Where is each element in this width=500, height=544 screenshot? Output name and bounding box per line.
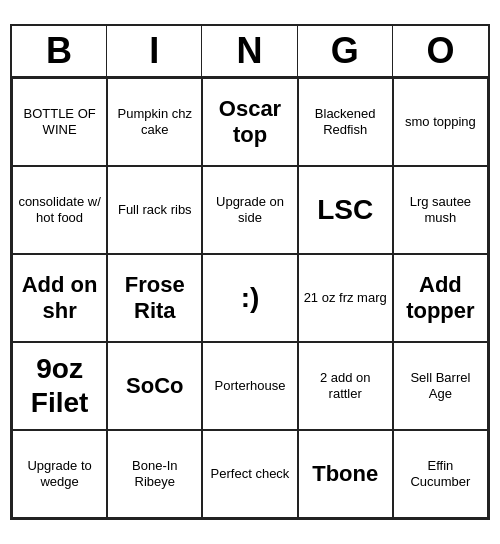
header-letter-b: B [12,26,107,76]
bingo-cell-5: consolidate w/ hot food [12,166,107,254]
bingo-cell-11: Frose Rita [107,254,202,342]
bingo-cell-16: SoCo [107,342,202,430]
bingo-cell-23: Tbone [298,430,393,518]
bingo-header: BINGO [12,26,488,78]
bingo-cell-10: Add on shr [12,254,107,342]
bingo-cell-22: Perfect check [202,430,297,518]
bingo-cell-18: 2 add on rattler [298,342,393,430]
bingo-card: BINGO BOTTLE OF WINEPumpkin chz cakeOsca… [10,24,490,520]
header-letter-g: G [298,26,393,76]
header-letter-n: N [202,26,297,76]
bingo-cell-1: Pumpkin chz cake [107,78,202,166]
bingo-cell-21: Bone-In Ribeye [107,430,202,518]
bingo-cell-0: BOTTLE OF WINE [12,78,107,166]
header-letter-o: O [393,26,488,76]
bingo-cell-7: Upgrade on side [202,166,297,254]
bingo-cell-3: Blackened Redfish [298,78,393,166]
bingo-cell-8: LSC [298,166,393,254]
bingo-cell-4: smo topping [393,78,488,166]
bingo-cell-6: Full rack ribs [107,166,202,254]
bingo-cell-9: Lrg sautee mush [393,166,488,254]
bingo-cell-14: Add topper [393,254,488,342]
bingo-cell-15: 9oz Filet [12,342,107,430]
bingo-cell-12: :) [202,254,297,342]
header-letter-i: I [107,26,202,76]
bingo-cell-17: Porterhouse [202,342,297,430]
bingo-cell-20: Upgrade to wedge [12,430,107,518]
bingo-cell-2: Oscar top [202,78,297,166]
bingo-cell-13: 21 oz frz marg [298,254,393,342]
bingo-cell-19: Sell Barrel Age [393,342,488,430]
bingo-cell-24: Effin Cucumber [393,430,488,518]
bingo-grid: BOTTLE OF WINEPumpkin chz cakeOscar topB… [12,78,488,518]
